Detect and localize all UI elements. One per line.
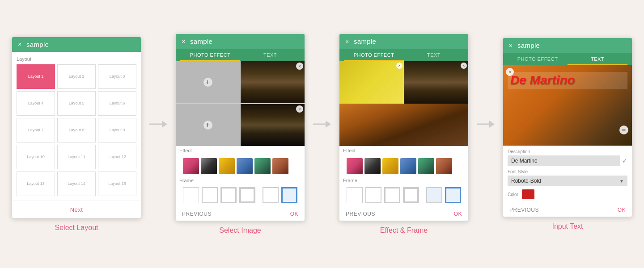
remove-photo-s3-2[interactable]: ×: [461, 63, 467, 69]
step4-text-overlay: De Martino: [508, 72, 627, 89]
remove-photo-4[interactable]: ×: [296, 105, 303, 113]
step4-tab-photo-effect[interactable]: PHOTO EFFECT: [508, 53, 568, 65]
step3-frame-option-6[interactable]: [445, 187, 461, 203]
edit-pencil-icon[interactable]: ✏: [619, 126, 628, 134]
step2-ok-button[interactable]: OK: [290, 211, 298, 217]
layout-cell-13[interactable]: Layout 13: [17, 172, 55, 196]
img-slot-3[interactable]: +: [176, 104, 240, 146]
frame-option-3[interactable]: [220, 187, 237, 203]
layout-cell-2[interactable]: Layout 2: [57, 64, 96, 89]
color-label: Color: [508, 192, 518, 197]
step2-title: sample: [190, 38, 212, 45]
step1-close-button[interactable]: ×: [17, 41, 23, 47]
frame-option-6[interactable]: [281, 187, 297, 203]
step2-tab-bar: PHOTO EFFECT TEXT: [176, 49, 305, 61]
font-style-label: Font Style: [508, 169, 627, 174]
step3-effect-thumb-6[interactable]: [436, 158, 452, 174]
step3-effect-section: Effect: [339, 146, 468, 177]
step2-prev-button[interactable]: PREVIOUS: [182, 211, 212, 217]
step3-effect-thumb-2[interactable]: [364, 158, 381, 174]
step3-tab-text[interactable]: TEXT: [404, 49, 464, 61]
layout-cell-14[interactable]: Layout 14: [57, 172, 96, 196]
img-slot-2[interactable]: ×: [241, 61, 305, 103]
step3-frame-option-5[interactable]: [426, 187, 442, 203]
layout-cell-9[interactable]: Layout 9: [98, 118, 136, 142]
step3-prev-button[interactable]: PREVIOUS: [346, 211, 375, 217]
step3-effect-thumb-5[interactable]: [418, 158, 434, 174]
step3-ok-button[interactable]: OK: [454, 211, 462, 217]
step2-tab-photo-effect[interactable]: PHOTO EFFECT: [180, 49, 240, 61]
next-button[interactable]: Next: [70, 206, 83, 213]
effect-thumb-5[interactable]: [254, 158, 271, 174]
arrow1-container: [149, 115, 167, 133]
layout-cell-5[interactable]: Layout 5: [57, 91, 96, 116]
frame-option-4[interactable]: [239, 187, 255, 203]
layout9-label: Layout 9: [110, 128, 125, 132]
effect-thumb-3[interactable]: [219, 158, 235, 174]
step3-effect-thumb-1[interactable]: [347, 158, 363, 174]
layout-cell-1[interactable]: Layout 1: [17, 64, 55, 89]
step3-frames-row: [343, 185, 465, 207]
layout-cell-15[interactable]: Layout 15: [98, 172, 136, 196]
step2-container: × sample PHOTO EFFECT TEXT + ×: [175, 34, 305, 234]
layout-cell-12[interactable]: Layout 12: [98, 145, 136, 169]
layout-cell-8[interactable]: Layout 8: [57, 118, 96, 142]
step3-frame-label: Frame: [343, 178, 465, 183]
color-swatch[interactable]: [522, 189, 534, 199]
step2-label: Select Image: [219, 226, 261, 234]
step3-frame-option-4[interactable]: [403, 187, 419, 203]
step3-frame-option-3[interactable]: [384, 187, 400, 203]
img-slot-4[interactable]: ×: [241, 104, 305, 146]
step3-header: × sample: [339, 34, 468, 49]
step2-frames-row: [179, 185, 301, 207]
layout-cell-6[interactable]: Layout 6: [98, 91, 136, 116]
step2-tab-text[interactable]: TEXT: [240, 49, 300, 61]
layout-cell-7[interactable]: Layout 7: [17, 118, 55, 142]
remove-photo-s3-1[interactable]: ×: [396, 63, 402, 69]
step2-mockup: × sample PHOTO EFFECT TEXT + ×: [175, 34, 305, 221]
step4-ok-button[interactable]: OK: [618, 207, 626, 213]
font-style-dropdown[interactable]: Roboto-Bold ▼: [508, 176, 627, 186]
step2-frame-label: Frame: [179, 178, 301, 183]
effect-thumb-4[interactable]: [237, 158, 253, 174]
step3-tab-photo-effect[interactable]: PHOTO EFFECT: [344, 49, 404, 61]
de-martino-text: De Martino: [510, 74, 625, 88]
add-photo-icon-1: +: [203, 78, 212, 87]
layout-cell-10[interactable]: Layout 10: [17, 145, 55, 169]
step4-container: × sample PHOTO EFFECT TEXT × De Martino …: [503, 38, 632, 230]
arrow3-icon: [477, 115, 495, 133]
effect-thumb-2[interactable]: [201, 158, 217, 174]
layout8-label: Layout 8: [69, 128, 85, 132]
frame-option-1[interactable]: [183, 187, 199, 203]
layout-cell-11[interactable]: Layout 11: [57, 145, 96, 169]
step4-close-button[interactable]: ×: [508, 42, 514, 49]
step3-effect-thumb-3[interactable]: [382, 158, 398, 174]
step2-close-button[interactable]: ×: [180, 38, 186, 45]
step4-prev-button[interactable]: PREVIOUS: [509, 207, 539, 213]
description-input-row: De Martino ✓: [508, 155, 627, 166]
step3-frame-option-2[interactable]: [365, 187, 381, 203]
main-container: × sample Layout Layout 1 Layout 2 Layout…: [0, 25, 644, 243]
layout-cell-4[interactable]: Layout 4: [17, 91, 55, 116]
step4-tab-text[interactable]: TEXT: [568, 53, 627, 65]
arrow2-icon: [313, 115, 331, 133]
step3-effect-label: Effect: [343, 148, 465, 153]
remove-photo-2[interactable]: ×: [296, 63, 303, 70]
effect-thumb-1[interactable]: [183, 158, 199, 174]
step3-close-button[interactable]: ×: [344, 38, 350, 45]
frame-option-5[interactable]: [263, 187, 279, 203]
layout-cell-3[interactable]: Layout 3: [98, 64, 136, 89]
add-photo-icon-3: +: [203, 121, 212, 130]
layout2-label: Layout 2: [69, 74, 85, 79]
img-slot-1[interactable]: +: [176, 61, 240, 103]
step3-effect-thumb-4[interactable]: [400, 158, 416, 174]
layout7-label: Layout 7: [28, 128, 44, 132]
layout5-label: Layout 5: [69, 101, 85, 105]
step1-title: sample: [26, 41, 49, 48]
effect-thumb-6[interactable]: [272, 158, 288, 174]
description-field[interactable]: De Martino: [508, 155, 620, 166]
step3-frame-option-1[interactable]: [347, 187, 363, 203]
layout-label: Layout: [17, 56, 136, 62]
frame-option-2[interactable]: [202, 187, 218, 203]
arrow1-icon: [149, 115, 167, 133]
